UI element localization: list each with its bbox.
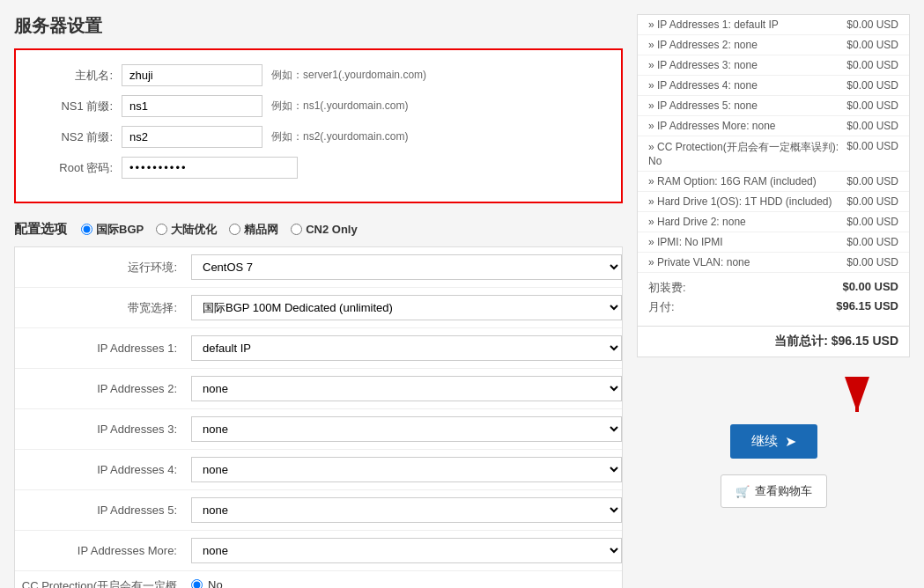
continue-label: 继续 [751, 433, 778, 450]
summary-item-price: $0.00 USD [846, 140, 898, 167]
cc-no-option[interactable]: No [191, 578, 226, 588]
summary-item: » Hard Drive 1(OS): 1T HDD (included)$0.… [638, 192, 909, 212]
ip1-control: default IP [191, 335, 622, 361]
summary-item-name: » IP Addresses 4: none [648, 79, 758, 92]
hostname-input[interactable] [122, 64, 262, 86]
summary-item: » IP Addresses 2: none$0.00 USD [638, 35, 909, 55]
continue-button[interactable]: 继续 ➤ [730, 424, 817, 459]
right-panel: » IP Addresses 1: default IP$0.00 USD» I… [637, 14, 910, 588]
summary-item: » IP Addresses More: none$0.00 USD [638, 116, 909, 136]
ip5-select[interactable]: none [191, 497, 622, 523]
server-settings-box: 主机名: 例如：server1(.yourdomain.com) NS1 前缀:… [14, 48, 623, 203]
cart-label: 查看购物车 [755, 483, 812, 499]
radio-guoji-bgp-input[interactable] [81, 224, 92, 235]
server-settings-title: 服务器设置 [14, 14, 623, 38]
ip1-row: IP Addresses 1: default IP [15, 328, 622, 369]
ns2-input[interactable] [122, 126, 262, 148]
ip3-select[interactable]: none [191, 416, 622, 442]
ip-more-row: IP Addresses More: none [15, 531, 622, 571]
summary-item: » IP Addresses 3: none$0.00 USD [638, 55, 909, 76]
ip3-control: none [191, 416, 622, 442]
summary-item-price: $0.00 USD [846, 236, 898, 248]
summary-item: » IP Addresses 5: none$0.00 USD [638, 96, 909, 116]
summary-item-name: » CC Protection(开启会有一定概率误判): No [648, 140, 846, 167]
ns2-hint: 例如：ns2(.yourdomain.com) [271, 129, 408, 144]
config-title-text: 配置选项 [14, 221, 67, 238]
summary-item-name: » RAM Option: 16G RAM (included) [648, 175, 817, 187]
ip2-label: IP Addresses 2: [15, 382, 191, 395]
cc-protection-label: CC Protection(开启会有一定概率误判): [15, 578, 191, 588]
summary-item: » IPMI: No IPMI$0.00 USD [638, 232, 909, 253]
ip1-label: IP Addresses 1: [15, 342, 191, 355]
summary-item-name: » IP Addresses 1: default IP [648, 18, 779, 31]
summary-item-price: $0.00 USD [846, 99, 898, 112]
ip-more-select[interactable]: none [191, 538, 622, 563]
os-select[interactable]: CentOS 7 [191, 254, 622, 280]
setup-fee-value: $0.00 USD [842, 280, 898, 296]
radio-jingpin-input[interactable] [229, 224, 240, 235]
summary-item-name: » IPMI: No IPMI [648, 236, 723, 248]
setup-fee-label: 初装费: [648, 280, 686, 296]
ip-more-control: none [191, 538, 622, 563]
root-password-row: Root 密码: [33, 157, 603, 179]
ip5-row: IP Addresses 5: none [15, 490, 622, 531]
ns1-input[interactable] [122, 95, 262, 117]
summary-item: » Hard Drive 2: none$0.00 USD [638, 212, 909, 232]
radio-guoji-bgp[interactable]: 国际BGP [81, 222, 144, 238]
monthly-fee-label: 月付: [648, 299, 675, 315]
ip2-select[interactable]: none [191, 376, 622, 401]
ns1-label: NS1 前缀: [33, 99, 113, 114]
cc-protection-options: No Yes [191, 578, 226, 588]
monthly-fee-row: 月付: $96.15 USD [648, 299, 898, 315]
radio-dalu[interactable]: 大陆优化 [156, 222, 217, 238]
summary-item-price: $0.00 USD [846, 18, 898, 31]
summary-item-name: » Hard Drive 1(OS): 1T HDD (included) [648, 195, 832, 208]
ip2-row: IP Addresses 2: none [15, 369, 622, 409]
radio-cn2-input[interactable] [291, 224, 302, 235]
ip1-select[interactable]: default IP [191, 335, 622, 361]
ip4-control: none [191, 457, 622, 482]
summary-item-price: $0.00 USD [846, 39, 898, 51]
summary-box: » IP Addresses 1: default IP$0.00 USD» I… [637, 14, 910, 357]
ns2-label: NS2 前缀: [33, 129, 113, 145]
summary-item-price: $0.00 USD [846, 175, 898, 187]
summary-item-name: » IP Addresses 3: none [648, 59, 758, 71]
network-type-radio-group: 国际BGP 大陆优化 精品网 CN2 Only [81, 222, 358, 238]
hostname-hint: 例如：server1(.yourdomain.com) [271, 68, 426, 83]
radio-dalu-input[interactable] [156, 224, 167, 235]
bandwidth-select[interactable]: 国际BGP 100M Dedicated (unlimited) [191, 295, 622, 320]
summary-item-price: $0.00 USD [846, 79, 898, 92]
ns1-hint: 例如：ns1(.yourdomain.com) [271, 99, 408, 114]
summary-item: » IP Addresses 1: default IP$0.00 USD [638, 15, 909, 35]
summary-item-price: $0.00 USD [846, 195, 898, 208]
ip3-label: IP Addresses 3: [15, 423, 191, 436]
summary-item-price: $0.00 USD [846, 256, 898, 268]
ns2-row: NS2 前缀: 例如：ns2(.yourdomain.com) [33, 126, 603, 148]
radio-jingpin[interactable]: 精品网 [229, 222, 278, 238]
cc-no-radio[interactable] [191, 579, 203, 588]
config-title: 配置选项 国际BGP 大陆优化 精品网 CN2 Only [14, 221, 623, 238]
cc-protection-row: CC Protection(开启会有一定概率误判): No Yes [15, 571, 622, 588]
setup-fee-row: 初装费: $0.00 USD [648, 280, 898, 296]
cart-button[interactable]: 🛒 查看购物车 [721, 474, 827, 508]
root-password-label: Root 密码: [33, 160, 113, 176]
ip4-select[interactable]: none [191, 457, 622, 482]
os-control: CentOS 7 [191, 254, 622, 280]
os-row: 运行环境: CentOS 7 [15, 247, 622, 288]
summary-item-name: » Hard Drive 2: none [648, 216, 746, 228]
red-arrow-svg [795, 368, 875, 421]
ip4-row: IP Addresses 4: none [15, 450, 622, 490]
radio-cn2[interactable]: CN2 Only [291, 223, 358, 236]
summary-item-price: $0.00 USD [846, 120, 898, 132]
config-form: 运行环境: CentOS 7 带宽选择: 国际BGP 100M Dedicate… [14, 246, 623, 588]
root-password-input[interactable] [122, 157, 298, 179]
monthly-fee-value: $96.15 USD [836, 299, 898, 315]
summary-item-name: » IP Addresses 5: none [648, 99, 758, 112]
action-buttons: 继续 ➤ 🛒 查看购物车 [637, 424, 910, 508]
ip4-label: IP Addresses 4: [15, 463, 191, 476]
summary-item-name: » IP Addresses 2: none [648, 39, 758, 51]
summary-item-price: $0.00 USD [846, 216, 898, 228]
ip3-row: IP Addresses 3: none [15, 409, 622, 450]
arrow-container [637, 368, 910, 421]
summary-item: » IP Addresses 4: none$0.00 USD [638, 76, 909, 96]
